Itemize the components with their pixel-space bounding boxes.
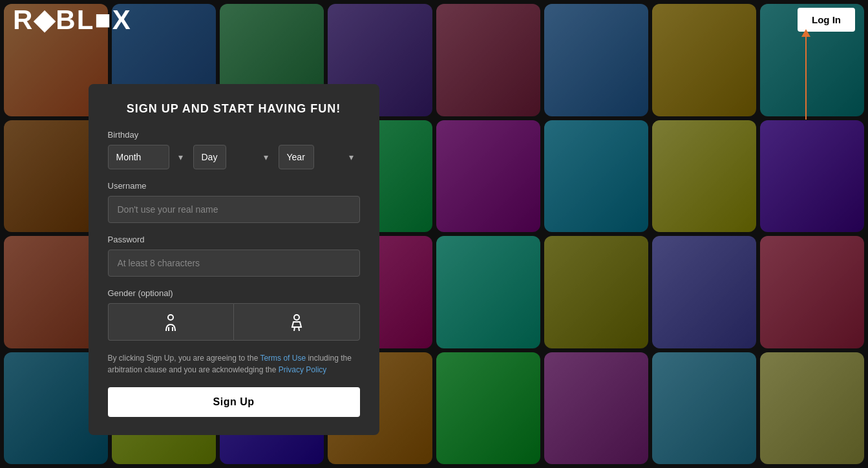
gender-row	[108, 303, 360, 341]
signup-card: SIGN UP AND START HAVING FUN! Birthday M…	[89, 84, 379, 435]
month-select[interactable]: Month January February March April May J…	[108, 145, 169, 169]
gender-male-button[interactable]	[108, 303, 234, 341]
month-select-wrapper: Month January February March April May J…	[108, 145, 189, 169]
svg-point-0	[168, 315, 173, 320]
logo-text: R◆BL■X	[13, 5, 132, 35]
signup-title: SIGN UP AND START HAVING FUN!	[108, 102, 360, 116]
day-select-wrapper: Day	[193, 145, 275, 169]
birthday-label: Birthday	[108, 130, 360, 140]
female-icon	[288, 313, 306, 331]
birthday-row: Month January February March April May J…	[108, 145, 360, 169]
male-icon	[162, 313, 180, 331]
terms-text: By clicking Sign Up, you are agreeing to…	[108, 352, 360, 376]
terms-before: By clicking Sign Up, you are agreeing to…	[108, 354, 260, 363]
svg-line-5	[299, 327, 299, 331]
roblox-logo: R◆BL■X	[13, 4, 132, 36]
login-button[interactable]: Log In	[798, 8, 855, 32]
year-select[interactable]: Year	[279, 145, 314, 169]
svg-point-3	[294, 315, 299, 320]
password-label: Password	[108, 235, 360, 244]
signup-button[interactable]: Sign Up	[108, 387, 360, 417]
gender-field: Gender (optional)	[108, 288, 360, 341]
day-select[interactable]: Day	[193, 145, 226, 169]
terms-of-use-link[interactable]: Terms of Use	[260, 354, 306, 363]
username-label: Username	[108, 181, 360, 191]
password-field: Password	[108, 235, 360, 288]
privacy-policy-link[interactable]: Privacy Policy	[279, 365, 327, 374]
username-field: Username	[108, 181, 360, 235]
top-bar: R◆BL■X Log In	[0, 0, 868, 39]
birthday-field: Birthday Month January February March Ap…	[108, 130, 360, 169]
gender-label: Gender (optional)	[108, 288, 360, 298]
year-select-wrapper: Year	[279, 145, 360, 169]
arrow-decoration	[805, 36, 807, 120]
password-input[interactable]	[108, 250, 360, 277]
username-input[interactable]	[108, 196, 360, 223]
gender-female-button[interactable]	[233, 303, 360, 341]
svg-line-4	[294, 327, 295, 331]
